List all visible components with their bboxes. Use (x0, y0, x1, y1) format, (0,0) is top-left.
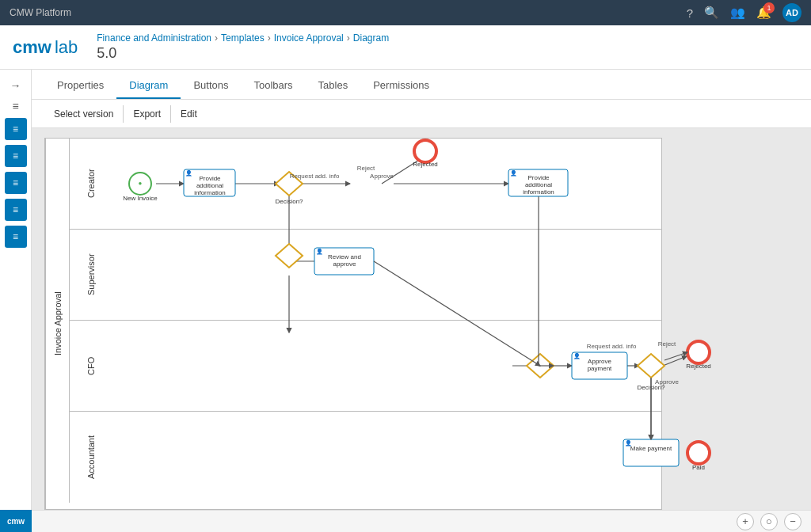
svg-text:👤: 👤 (316, 248, 323, 255)
topbar-actions: ? 🔍 👥 🔔1 AD (687, 3, 801, 22)
gateway-supervisor (276, 244, 303, 268)
svg-text:Reject: Reject (357, 165, 375, 172)
breadcrumb-templates[interactable]: Templates (221, 32, 265, 44)
sidebar-btn-2[interactable]: ≡ (5, 145, 27, 167)
toolbar-row: Select version Export Edit (32, 100, 811, 128)
end-event-paid (687, 442, 710, 464)
tab-toolbars[interactable]: Toolbars (241, 73, 305, 99)
svg-text:●: ● (139, 180, 143, 187)
svg-text:Provide: Provide (199, 175, 221, 182)
main-layout: → ≡ ≡ ≡ ≡ ≡ ≡ Properties Diagram Buttons… (0, 70, 811, 532)
logo-cmw: cmw (13, 37, 51, 58)
sidebar-btn-1[interactable]: ≡ (5, 118, 27, 140)
end-event-rejected-cfo (687, 341, 710, 363)
sidebar-btn-5[interactable]: ≡ (5, 226, 27, 248)
breadcrumb-finance[interactable]: Finance and Administration (97, 32, 211, 44)
svg-text:Decision?: Decision? (275, 198, 303, 205)
breadcrumb-invoice-approval[interactable]: Invoice Approval (274, 32, 344, 44)
sidebar-arrow-icon[interactable]: → (5, 76, 27, 95)
tab-buttons[interactable]: Buttons (181, 73, 241, 99)
sidebar-lines-icon[interactable]: ≡ (5, 98, 27, 114)
breadcrumb: Finance and Administration › Templates ›… (97, 32, 389, 44)
svg-text:Reject: Reject (658, 340, 676, 348)
svg-text:information: information (194, 189, 226, 196)
svg-text:Provide: Provide (527, 174, 550, 181)
header: cmw lab Finance and Administration › Tem… (0, 25, 811, 70)
notification-badge: 1 (763, 2, 775, 13)
svg-text:Rejected: Rejected (413, 161, 438, 168)
tab-diagram[interactable]: Diagram (116, 73, 181, 99)
content: Properties Diagram Buttons Toolbars Tabl… (32, 70, 811, 532)
bottombar: + ○ − (32, 510, 811, 532)
tab-properties[interactable]: Properties (44, 73, 116, 99)
edit-button[interactable]: Edit (171, 105, 207, 123)
svg-text:Approve: Approve (588, 358, 611, 365)
svg-text:payment: payment (588, 365, 612, 372)
select-version-button[interactable]: Select version (44, 105, 124, 123)
svg-text:👤: 👤 (510, 169, 517, 177)
app-title: CMW Platform (10, 7, 71, 18)
tab-tables[interactable]: Tables (306, 73, 361, 99)
zoom-in-button[interactable]: + (737, 513, 754, 530)
tabs: Properties Diagram Buttons Toolbars Tabl… (32, 70, 811, 100)
svg-text:approve: approve (333, 260, 356, 268)
svg-text:👤: 👤 (573, 352, 581, 359)
svg-line-51 (374, 261, 540, 366)
svg-line-45 (664, 352, 687, 360)
notification-icon[interactable]: 🔔1 (756, 6, 771, 20)
svg-text:Make payment: Make payment (630, 445, 672, 452)
svg-text:👤: 👤 (185, 169, 192, 177)
svg-text:Approve: Approve (655, 378, 679, 386)
svg-text:additional: additional (525, 181, 552, 188)
svg-text:Request add. info: Request add. info (587, 343, 637, 350)
users-icon[interactable]: 👥 (730, 6, 745, 20)
svg-text:New Invoice: New Invoice (123, 195, 158, 202)
bottom-logo: cmw (0, 510, 32, 532)
sidebar-btn-3[interactable]: ≡ (5, 172, 27, 194)
search-icon[interactable]: 🔍 (704, 6, 719, 20)
svg-text:Review and: Review and (328, 253, 361, 260)
pool-label: Invoice Approval (45, 139, 69, 509)
diagram-container[interactable]: Invoice Approval Creator Supervisor CFO (32, 128, 811, 510)
zoom-reset-button[interactable]: ○ (760, 513, 778, 530)
sidebar: → ≡ ≡ ≡ ≡ ≡ ≡ (0, 70, 32, 532)
zoom-out-button[interactable]: − (784, 513, 801, 530)
version-label: 5.0 (97, 45, 389, 62)
diagram-svg: ● New Invoice 👤 Provide additional infor… (69, 139, 639, 503)
tab-permissions[interactable]: Permissions (360, 73, 442, 99)
sidebar-btn-4[interactable]: ≡ (5, 199, 27, 221)
breadcrumb-diagram[interactable]: Diagram (353, 32, 389, 44)
logo-lab: lab (55, 37, 78, 58)
svg-text:Paid: Paid (692, 464, 705, 471)
svg-line-12 (663, 356, 687, 366)
breadcrumb-area: Finance and Administration › Templates ›… (97, 32, 389, 62)
topbar: CMW Platform ? 🔍 👥 🔔1 AD (0, 0, 811, 25)
svg-text:Request add. info: Request add. info (290, 173, 340, 180)
svg-text:information: information (523, 188, 554, 196)
svg-text:additional: additional (196, 182, 223, 189)
diagram-wrapper: Invoice Approval Creator Supervisor CFO (44, 138, 662, 510)
help-icon[interactable]: ? (687, 6, 693, 20)
export-button[interactable]: Export (124, 105, 171, 123)
svg-text:Rejected: Rejected (686, 363, 711, 370)
logo[interactable]: cmw lab (13, 37, 78, 58)
avatar[interactable]: AD (782, 3, 801, 22)
end-event-rejected-top (414, 140, 436, 162)
svg-text:Approve: Approve (370, 173, 394, 180)
